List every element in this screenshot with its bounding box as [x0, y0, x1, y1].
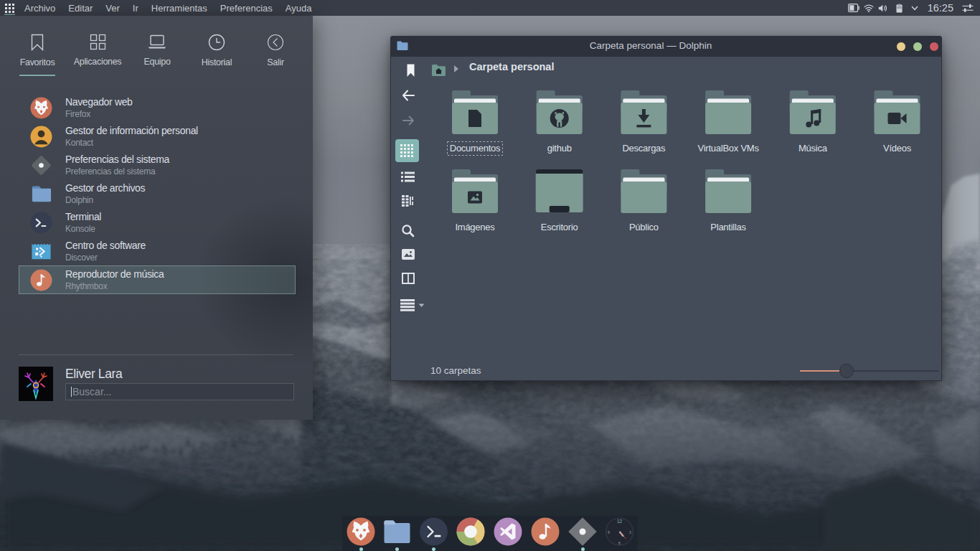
svg-text:9: 9: [608, 530, 610, 534]
svg-text:Vídeos: Vídeos: [883, 143, 912, 154]
svg-text:Imágenes: Imágenes: [455, 222, 495, 232]
svg-text:Público: Público: [629, 222, 659, 232]
svg-text:Descargas: Descargas: [622, 143, 666, 154]
svg-text:VirtualBox VMs: VirtualBox VMs: [698, 143, 760, 154]
svg-text:3: 3: [629, 530, 631, 534]
svg-text:Documentos: Documentos: [450, 143, 501, 154]
svg-text:Escritorio: Escritorio: [541, 222, 578, 232]
svg-text:6: 6: [618, 541, 621, 545]
svg-text:github: github: [547, 143, 572, 154]
svg-text:12: 12: [617, 519, 623, 524]
svg-text:Plantillas: Plantillas: [710, 222, 746, 232]
svg-text:Música: Música: [798, 143, 828, 154]
